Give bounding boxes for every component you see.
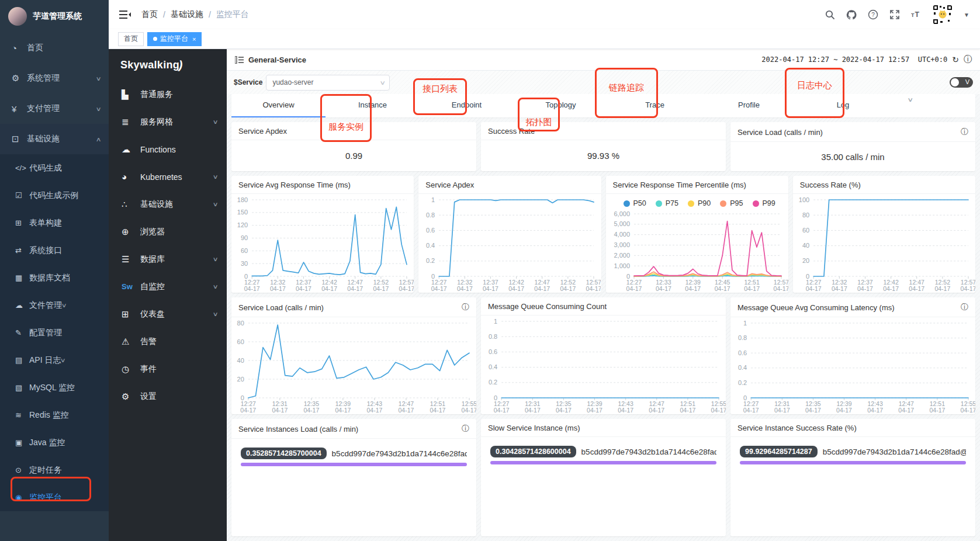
sidebar-subitem-0[interactable]: </>代码生成 xyxy=(0,154,109,182)
info-icon[interactable]: ⓘ xyxy=(961,127,968,137)
sidebar-item-2[interactable]: ¥支付管理∨ xyxy=(0,93,109,124)
sw-menu-item-label: 事件 xyxy=(140,364,217,374)
tag-view-0[interactable]: 首页 xyxy=(118,32,144,46)
sidebar-item-label: 基础设施 xyxy=(27,134,96,144)
svg-text:0.6: 0.6 xyxy=(489,348,497,355)
sidebar-subitem-6[interactable]: ✎配置管理 xyxy=(0,319,109,346)
refresh-icon[interactable]: ↻ xyxy=(952,55,959,64)
svg-text:04-17: 04-17 xyxy=(321,285,337,292)
chevron-down-icon: ∨ xyxy=(60,357,66,363)
svg-text:60: 60 xyxy=(802,227,809,234)
help-icon[interactable]: ? xyxy=(868,9,878,20)
instance-row[interactable]: 0.35285714285700004b5cdd997de7943d2b1da7… xyxy=(241,448,467,459)
info-icon[interactable]: ⓘ xyxy=(462,302,469,313)
sw-menu-item-label: Functions xyxy=(140,145,217,154)
sw-menu-item-6[interactable]: ☰数据库∨ xyxy=(109,245,227,273)
sidebar-subitem-8[interactable]: ▧MySQL 监控 xyxy=(0,374,109,401)
tab-trace[interactable]: Trace xyxy=(608,94,702,117)
svg-text:04-17: 04-17 xyxy=(270,285,286,292)
svg-text:04-17: 04-17 xyxy=(806,285,822,292)
sidebar-subitem-7[interactable]: ▤API 日志∨ xyxy=(0,346,109,374)
panel-list-icon[interactable] xyxy=(235,56,244,64)
svg-text:04-17: 04-17 xyxy=(399,285,414,292)
chevron-down-icon: ∨ xyxy=(212,256,218,262)
sw-menu-item-11[interactable]: ⚙设置 xyxy=(109,383,227,410)
tab-endpoint[interactable]: Endpoint xyxy=(420,94,514,117)
version-toggle[interactable]: V xyxy=(950,77,973,88)
svg-text:04-17: 04-17 xyxy=(335,407,351,414)
sidebar-subitem-10[interactable]: ▣Java 监控 xyxy=(0,429,109,456)
service-select[interactable]: yudao-server ∨ xyxy=(266,75,390,91)
globe-icon: ⊕ xyxy=(122,227,140,237)
legend-item-P50[interactable]: P50 xyxy=(624,199,646,207)
github-icon[interactable] xyxy=(846,9,857,20)
sidebar-subitem-label: 文件管理 xyxy=(29,300,62,311)
instance-row[interactable]: 0.30428571428600004b5cdd997de7943d2b1da7… xyxy=(490,446,716,457)
svg-text:0.4: 0.4 xyxy=(489,363,497,370)
tag-view-1[interactable]: 监控平台× xyxy=(147,32,202,46)
tag-dot-icon xyxy=(153,37,157,41)
collapse-caret-icon[interactable]: ∨ xyxy=(907,96,913,103)
breadcrumb-item-0[interactable]: 首页 xyxy=(141,9,158,20)
tab-instance[interactable]: Instance xyxy=(325,94,420,117)
legend-item-P90[interactable]: P90 xyxy=(688,199,711,207)
tab-profile[interactable]: Profile xyxy=(702,94,796,117)
sw-menu-item-8[interactable]: ⊞仪表盘∨ xyxy=(109,300,227,328)
search-icon[interactable] xyxy=(825,9,835,20)
sw-menu-item-2[interactable]: ☁Functions xyxy=(109,136,227,163)
app-logo-row[interactable]: 芋道管理系统 xyxy=(0,0,109,33)
card-title: Message Queue Consuming Count xyxy=(481,297,726,315)
legend-item-P99[interactable]: P99 xyxy=(753,199,775,207)
fullscreen-icon[interactable] xyxy=(889,9,900,20)
sidebar-subitem-4[interactable]: ▦数据库文档 xyxy=(0,264,109,292)
sidebar-item-3[interactable]: ⊡基础设施∧ xyxy=(0,124,109,154)
tab-log[interactable]: Log xyxy=(796,94,890,117)
svg-text:04-17: 04-17 xyxy=(934,285,950,292)
legend-dot-icon xyxy=(656,200,662,207)
tag-label: 监控平台 xyxy=(160,34,188,44)
sw-menu-item-label: Kubernetes xyxy=(140,172,213,182)
sidebar-subitem-2[interactable]: ⊞表单构建 xyxy=(0,209,109,237)
chart-icon: ▙ xyxy=(122,89,140,100)
breadcrumb-item-1[interactable]: 基础设施 xyxy=(171,9,203,20)
close-icon[interactable]: × xyxy=(192,36,196,43)
legend-label: P75 xyxy=(666,199,678,207)
sw-menu-item-5[interactable]: ⊕浏览器 xyxy=(109,218,227,245)
font-size-icon[interactable]: TT xyxy=(911,9,922,20)
info-icon[interactable]: ⓘ xyxy=(961,302,968,313)
chart-title: Success Rate (%) xyxy=(800,181,968,189)
svg-text:40: 40 xyxy=(802,242,809,249)
time-range[interactable]: 2022-04-17 12:27 ~ 2022-04-17 12:57 UTC+… xyxy=(761,56,947,64)
sidebar-collapse-icon[interactable] xyxy=(119,10,131,19)
eye-icon: ◉ xyxy=(15,493,29,502)
sidebar-subitem-5[interactable]: ☁文件管理∨ xyxy=(0,292,109,319)
avatar-caret-icon[interactable]: ▼ xyxy=(964,12,969,18)
sidebar-subitem-12[interactable]: ◉监控平台 xyxy=(0,484,109,511)
tab-overview[interactable]: Overview xyxy=(231,94,325,117)
edit-icon: ✎ xyxy=(15,328,29,337)
sidebar-item-1[interactable]: ⚙系统管理∨ xyxy=(0,63,109,93)
sidebar-item-0[interactable]: ◔首页 xyxy=(0,33,109,63)
chevron-down-icon: ∨ xyxy=(212,174,218,180)
legend-item-P75[interactable]: P75 xyxy=(656,199,678,207)
sw-menu-item-0[interactable]: ▙普通服务 xyxy=(109,81,227,108)
sidebar-subitem-1[interactable]: ☑代码生成示例 xyxy=(0,182,109,209)
sw-menu-item-7[interactable]: Sw自监控∨ xyxy=(109,273,227,300)
avatar[interactable] xyxy=(933,5,953,25)
tab-topology[interactable]: Topology xyxy=(514,94,608,117)
info-icon[interactable]: ⓘ xyxy=(964,54,972,65)
sidebar-subitem-11[interactable]: ⊙定时任务 xyxy=(0,456,109,484)
sidebar-subitem-3[interactable]: ⇄系统接口 xyxy=(0,237,109,264)
sidebar-subitem-9[interactable]: ≋Redis 监控 xyxy=(0,401,109,429)
info-icon[interactable]: ⓘ xyxy=(462,424,469,434)
sw-menu-item-9[interactable]: ⚠告警 xyxy=(109,328,227,355)
sw-menu-item-4[interactable]: ∴基础设施∨ xyxy=(109,190,227,218)
sw-menu-item-3[interactable]: ◕Kubernetes∨ xyxy=(109,163,227,190)
legend-item-P95[interactable]: P95 xyxy=(720,199,743,207)
instance-row[interactable]: 99.92964285714287b5cdd997de7943d2b1da714… xyxy=(740,446,966,457)
svg-text:1: 1 xyxy=(743,320,747,327)
line-chart: 02040608012:2704-1712:3104-1712:3504-171… xyxy=(231,317,476,414)
svg-text:0.6: 0.6 xyxy=(426,227,435,234)
sw-menu-item-1[interactable]: ≣服务网格∨ xyxy=(109,108,227,136)
sw-menu-item-10[interactable]: ◷事件 xyxy=(109,355,227,383)
